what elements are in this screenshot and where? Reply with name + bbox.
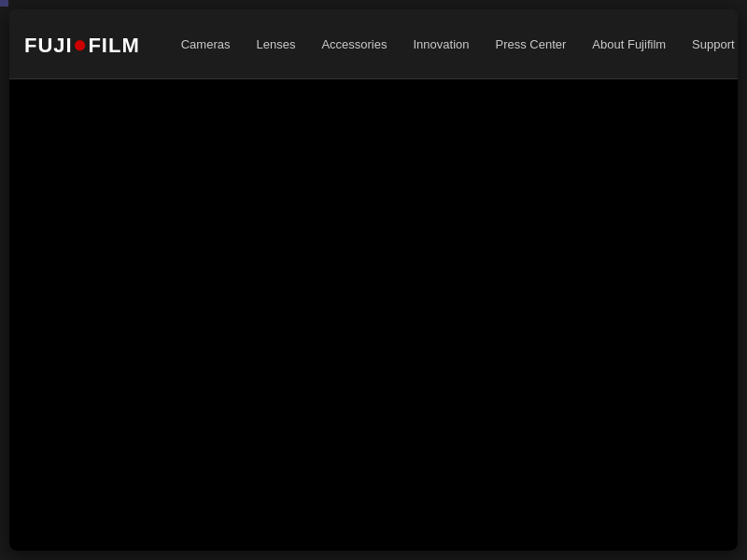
logo-fuji-text: FUJI <box>24 34 73 57</box>
nav-item-about[interactable]: About Fujifilm <box>579 30 679 59</box>
fujifilm-logo[interactable]: FUJI●FILM <box>24 30 140 59</box>
logo-film-text: FILM <box>88 34 139 57</box>
main-content <box>9 79 738 551</box>
nav-item-lenses[interactable]: Lenses <box>243 30 308 59</box>
nav-item-cameras[interactable]: Cameras <box>168 30 244 59</box>
nav-item-accessories[interactable]: Accessories <box>308 30 400 59</box>
browser-window: FUJI●FILM Cameras Lenses Accessories Inn… <box>9 9 738 551</box>
nav-item-press-center[interactable]: Press Center <box>482 30 579 59</box>
logo-dot: ● <box>73 30 89 58</box>
nav-items: Cameras Lenses Accessories Innovation Pr… <box>168 30 738 59</box>
nav-item-support[interactable]: Support & Contact <box>679 30 738 59</box>
navbar: FUJI●FILM Cameras Lenses Accessories Inn… <box>9 9 738 79</box>
logo-container: FUJI●FILM <box>24 30 140 59</box>
nav-item-innovation[interactable]: Innovation <box>400 30 482 59</box>
